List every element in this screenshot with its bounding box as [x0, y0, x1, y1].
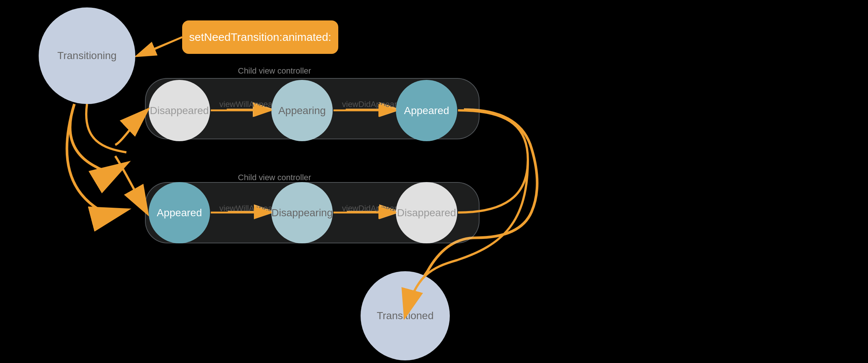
- top-disappeared-label: Disappeared: [150, 105, 209, 117]
- set-need-transition-label: setNeedTransition:animated:: [189, 31, 331, 43]
- child-label-top: Child view controller: [238, 66, 311, 76]
- transitioned-label: Transitioned: [377, 310, 433, 322]
- bot-disappeared-label: Disappeared: [397, 207, 456, 219]
- bot-appeared-label: Appeared: [157, 207, 202, 219]
- diagram-container: Transitioning setNeedTransition:animated…: [0, 0, 868, 363]
- top-disappeared-circle: Disappeared: [149, 80, 210, 141]
- svg-line-4: [139, 37, 182, 56]
- view-did-appear-bot-label: viewDidAppear:: [342, 204, 399, 213]
- view-did-appear-top-label: viewDidAppear:: [342, 100, 399, 109]
- top-appeared-label: Appeared: [404, 105, 449, 117]
- top-appearing-label: Appearing: [278, 105, 326, 117]
- set-need-transition-button[interactable]: setNeedTransition:animated:: [182, 20, 338, 54]
- view-will-appear-bot-label: viewWillAppear:: [219, 204, 278, 213]
- bot-disappeared-circle: Disappeared: [396, 182, 457, 243]
- transitioning-circle: Transitioning: [39, 7, 135, 104]
- bot-disappearing-circle: Disappearing: [271, 182, 333, 243]
- bot-appeared-circle: Appeared: [149, 182, 210, 243]
- top-appearing-circle: Appearing: [271, 80, 333, 141]
- transitioning-label: Transitioning: [57, 50, 116, 62]
- transitioned-circle: Transitioned: [361, 271, 450, 360]
- bot-disappearing-label: Disappearing: [271, 207, 333, 219]
- top-appeared-circle: Appeared: [396, 80, 457, 141]
- child-label-bottom: Child view controller: [238, 173, 311, 182]
- view-will-appear-top-label: viewWillAppear:: [219, 100, 278, 109]
